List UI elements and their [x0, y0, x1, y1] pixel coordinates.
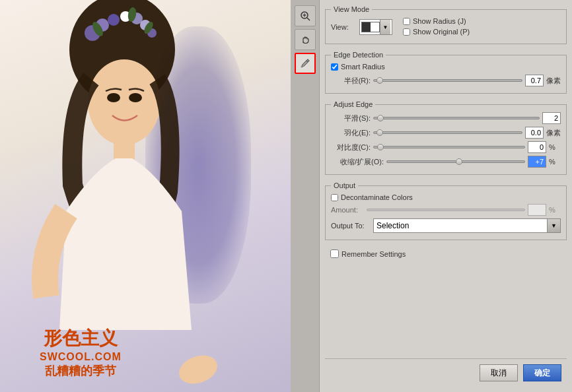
- brush-tool[interactable]: [295, 53, 316, 74]
- feather-unit: 像素: [546, 128, 561, 138]
- show-original-checkbox[interactable]: [403, 28, 410, 36]
- adjust-edge-section: Adjust Edge 平滑(S): 2 羽化(E): 0.0 像素: [325, 100, 567, 175]
- feather-label: 羽化(E):: [331, 128, 371, 138]
- photo-canvas: 形色主义 SWCOOL.COM 乱糟糟的季节: [0, 0, 291, 392]
- decontaminate-row: Decontaminate Colors: [331, 193, 561, 201]
- app-window: 形色主义 SWCOOL.COM 乱糟糟的季节: [0, 0, 572, 392]
- radius-slider-row: 半径(R): 0.7 像素: [331, 75, 561, 86]
- view-thumbnail: [361, 22, 380, 32]
- hand-tool[interactable]: [295, 29, 316, 50]
- smooth-label: 平滑(S):: [331, 114, 371, 123]
- amount-value: [528, 204, 546, 216]
- output-to-control: Selection ▼: [373, 218, 561, 233]
- svg-point-20: [301, 66, 303, 68]
- remember-checkbox[interactable]: [330, 249, 339, 258]
- view-label: View:: [331, 23, 354, 31]
- output-to-row: Output To: Selection ▼: [331, 218, 561, 233]
- contrast-thumb[interactable]: [377, 144, 384, 150]
- view-row: View: ▼ Show Radius (J) Show Original (P…: [331, 17, 561, 37]
- radius-value[interactable]: 0.7: [525, 75, 544, 86]
- remember-label: Remember Settings: [341, 250, 406, 258]
- remember-row: Remember Settings: [325, 247, 567, 261]
- decontaminate-label: Decontaminate Colors: [341, 193, 413, 201]
- smooth-thumb[interactable]: [377, 115, 384, 121]
- watermark-line2: SWCOOL.COM: [40, 351, 122, 363]
- svg-point-3: [108, 14, 120, 26]
- amount-track: [367, 209, 525, 211]
- adjust-edge-legend: Adjust Edge: [331, 100, 375, 108]
- svg-point-14: [129, 93, 142, 102]
- view-mode-legend: View Mode: [331, 5, 372, 13]
- view-dropdown-arrow[interactable]: ▼: [380, 20, 390, 34]
- watermark-line1: 形色主义: [40, 326, 122, 351]
- contrast-track[interactable]: [373, 146, 525, 148]
- output-to-arrow[interactable]: ▼: [548, 218, 561, 233]
- radius-track[interactable]: [373, 79, 522, 82]
- radius-label: 半径(R):: [331, 76, 371, 86]
- shift-thumb[interactable]: [456, 158, 462, 165]
- output-to-label: Output To:: [331, 222, 371, 230]
- svg-point-11: [88, 59, 161, 145]
- right-panel: View Mode View: ▼ Show Radius (J): [291, 0, 572, 392]
- feather-thumb[interactable]: [376, 129, 383, 136]
- show-radius-checkbox[interactable]: [403, 18, 410, 25]
- output-legend: Output: [331, 181, 358, 189]
- output-to-dropdown[interactable]: Selection: [373, 218, 548, 233]
- feather-row: 羽化(E): 0.0 像素: [331, 127, 561, 139]
- contrast-row: 对比度(C): 0 %: [331, 141, 561, 153]
- smart-radius-checkbox[interactable]: [331, 63, 338, 71]
- watermark-line3: 乱糟糟的季节: [40, 363, 122, 379]
- contrast-unit: %: [549, 143, 561, 151]
- cancel-button[interactable]: 取消: [480, 364, 518, 381]
- shift-value[interactable]: +7: [528, 156, 546, 168]
- contrast-label: 对比度(C):: [331, 143, 371, 152]
- zoom-tool[interactable]: [295, 5, 316, 26]
- shift-label: 收缩/扩展(O):: [331, 157, 384, 167]
- feather-track[interactable]: [373, 131, 522, 134]
- shift-unit: %: [549, 158, 561, 166]
- view-checkboxes: Show Radius (J) Show Original (P): [403, 17, 470, 37]
- amount-row: Amount: %: [331, 204, 561, 216]
- panel-content: View Mode View: ▼ Show Radius (J): [320, 0, 572, 392]
- view-dropdown[interactable]: ▼: [359, 19, 392, 35]
- decontaminate-checkbox[interactable]: [331, 194, 338, 201]
- ok-button[interactable]: 确定: [523, 364, 561, 381]
- tool-strip: [291, 0, 320, 392]
- svg-point-13: [107, 93, 120, 102]
- show-original-row: Show Original (P): [403, 28, 470, 36]
- smooth-value[interactable]: 2: [542, 112, 561, 124]
- output-to-value: Selection: [376, 221, 409, 230]
- svg-line-17: [307, 18, 310, 20]
- radius-unit: 像素: [546, 76, 561, 86]
- radius-thumb[interactable]: [376, 77, 383, 84]
- smart-radius-label: Smart Radius: [341, 63, 385, 71]
- shift-row: 收缩/扩展(O): +7 %: [331, 156, 561, 168]
- svg-point-15: [175, 350, 221, 389]
- output-section: Output Decontaminate Colors Amount: % Ou…: [325, 181, 567, 240]
- smart-radius-row: Smart Radius: [331, 63, 561, 71]
- smooth-row: 平滑(S): 2: [331, 112, 561, 124]
- show-radius-row: Show Radius (J): [403, 17, 470, 25]
- edge-detection-section: Edge Detection Smart Radius 半径(R): 0.7 像…: [325, 51, 567, 94]
- amount-unit: %: [549, 206, 561, 214]
- watermark: 形色主义 SWCOOL.COM 乱糟糟的季节: [40, 326, 122, 379]
- contrast-value[interactable]: 0: [528, 141, 546, 153]
- shift-track[interactable]: [386, 160, 525, 163]
- view-mode-section: View Mode View: ▼ Show Radius (J): [325, 5, 567, 44]
- edge-detection-legend: Edge Detection: [331, 51, 386, 59]
- bottom-buttons: 取消 确定: [325, 358, 567, 387]
- show-original-label: Show Original (P): [413, 28, 470, 36]
- feather-value[interactable]: 0.0: [525, 127, 544, 139]
- smooth-track[interactable]: [373, 117, 540, 119]
- amount-label: Amount:: [331, 206, 364, 214]
- show-radius-label: Show Radius (J): [413, 17, 466, 25]
